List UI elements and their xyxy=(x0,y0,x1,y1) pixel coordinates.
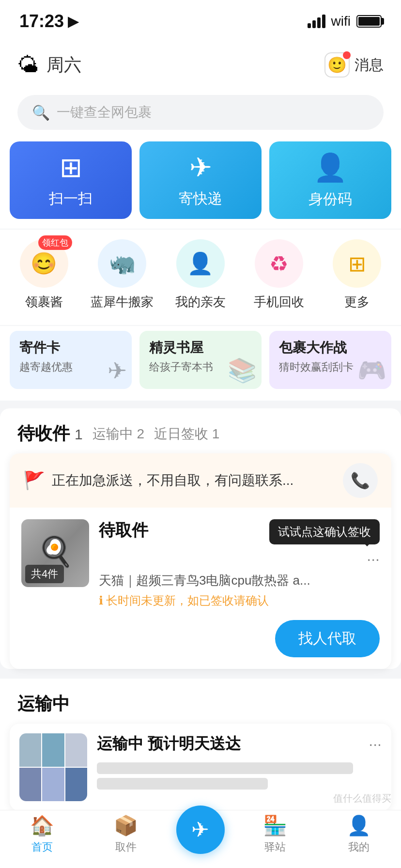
alert-left: 🚩 正在加急派送，不用自取，有问题联系... xyxy=(23,470,293,491)
package-alert-bar: 🚩 正在加急派送，不用自取，有问题联系... 📞 xyxy=(10,453,391,508)
phone-icon: 📞 xyxy=(351,471,370,490)
send-center-icon: ✈ xyxy=(191,817,209,842)
nav-send-center[interactable]: ✈ xyxy=(176,806,225,854)
message-button[interactable]: 🙂 消息 xyxy=(324,52,384,78)
move-label: 蓝犀牛搬家 xyxy=(91,294,154,310)
header-date: 周六 xyxy=(46,53,81,77)
icon-row: 😊 领红包 领裹酱 🦏 蓝犀牛搬家 👤 我的亲友 ♻ 手机回收 ⊞ 更多 xyxy=(0,230,401,325)
pickup-icon: 📦 xyxy=(114,814,138,837)
status-icons: wifi xyxy=(308,14,382,29)
banner-jijianka[interactable]: 寄件卡 越寄越优惠 ✈ xyxy=(10,331,132,389)
nav-pickup-label: 取件 xyxy=(115,840,137,854)
station-icon: 🏪 xyxy=(263,814,287,837)
recycle-label: 手机回收 xyxy=(254,294,304,310)
id-icon: 👤 xyxy=(313,152,347,184)
banner-row: 寄件卡 越寄越优惠 ✈ 精灵书屋 给孩子寄本书 📚 包裹大作战 猜时效赢刮刮卡 … xyxy=(0,326,401,401)
blurred-info-row-1 xyxy=(97,762,353,774)
proxy-pickup-button[interactable]: 找人代取 xyxy=(275,620,380,657)
notification-dot xyxy=(343,51,351,59)
wifi-icon: wifi xyxy=(331,14,351,29)
icon-more[interactable]: ⊞ 更多 xyxy=(323,239,391,310)
nav-station-label: 驿站 xyxy=(264,840,286,854)
banner-title-0: 寄件卡 xyxy=(19,339,122,357)
coupon-label: 领裹酱 xyxy=(25,294,63,310)
transit-thumbnail-1 xyxy=(19,733,87,801)
transit-more-1[interactable]: ··· xyxy=(369,735,382,753)
id-label: 身份码 xyxy=(308,189,352,209)
warning-icon: ℹ xyxy=(99,594,103,607)
banner-battle[interactable]: 包裹大作战 猜时效赢刮刮卡 🎮 xyxy=(269,331,391,389)
package-count-badge: 共4件 xyxy=(25,565,64,583)
pkg-title-row: 待取件 试试点这确认签收 ··· xyxy=(99,519,380,568)
friends-icon-circle: 👤 xyxy=(176,239,225,288)
search-placeholder: 一键查全网包裹 xyxy=(57,103,152,122)
id-code-button[interactable]: 👤 身份码 xyxy=(269,141,391,219)
package-source: 天猫｜超频三青鸟3电脑cpu散热器 a... xyxy=(99,572,380,589)
status-time: 17:23 ▶ xyxy=(19,11,78,31)
face-icon: 🙂 xyxy=(327,56,347,74)
nav-mine-label: 我的 xyxy=(348,840,370,854)
message-label: 消息 xyxy=(355,55,384,75)
alert-flag-icon: 🚩 xyxy=(23,470,45,491)
section-title-pending: 待收件 1 xyxy=(17,422,83,446)
move-icon-circle: 🦏 xyxy=(98,239,146,288)
watermark: 值什么值得买 xyxy=(333,792,391,805)
scan-label: 扫一扫 xyxy=(49,189,93,209)
signal-bars-icon xyxy=(308,15,325,28)
icon-coupon[interactable]: 😊 领红包 领裹酱 xyxy=(10,239,78,310)
scan-icon: ⊞ xyxy=(60,152,82,183)
bottom-nav: 🏠 首页 📦 取件 ✈ 🏪 驿站 👤 我的 xyxy=(0,810,401,868)
transit-info-1: 运输中 预计明天送达 ··· xyxy=(97,733,382,801)
home-icon: 🏠 xyxy=(30,814,54,837)
app-header: 🌤 周六 🙂 消息 xyxy=(0,43,401,87)
banner-deco-1: 📚 xyxy=(228,357,257,384)
quick-actions-row: ⊞ 扫一扫 ✈ 寄快递 👤 身份码 xyxy=(0,141,401,229)
location-icon: ▶ xyxy=(68,14,78,30)
icon-friends[interactable]: 👤 我的亲友 xyxy=(167,239,234,310)
package-thumbnail: 🍳 共4件 xyxy=(21,519,89,587)
banner-deco-0: ✈ xyxy=(108,357,127,384)
mine-icon: 👤 xyxy=(347,814,371,837)
nav-home[interactable]: 🏠 首页 xyxy=(8,814,76,854)
send-label: 寄快递 xyxy=(179,189,222,209)
banner-jingling[interactable]: 精灵书屋 给孩子寄本书 📚 xyxy=(139,331,262,389)
banner-deco-2: 🎮 xyxy=(357,357,386,384)
transit-status-1: 运输中 预计明天送达 xyxy=(97,733,241,755)
banner-sub-0: 越寄越优惠 xyxy=(19,360,122,374)
time-text: 17:23 xyxy=(19,11,64,31)
transit-img-grid xyxy=(19,733,87,801)
search-section: 🔍 一键查全网包裹 xyxy=(0,87,401,141)
more-icon-circle: ⊞ xyxy=(333,239,381,288)
tab-in-transit[interactable]: 运输中 2 xyxy=(93,425,144,443)
confirm-tooltip[interactable]: 试试点这确认签收 xyxy=(269,519,380,544)
red-badge: 领红包 xyxy=(38,235,72,250)
recycle-icon-circle: ♻ xyxy=(255,239,303,288)
coupon-icon-circle: 😊 领红包 xyxy=(20,239,68,288)
alert-text: 正在加急派送，不用自取，有问题联系... xyxy=(52,471,293,490)
package-info: 待取件 试试点这确认签收 ··· 天猫｜超频三青鸟3电脑cpu散热器 a... … xyxy=(99,519,380,608)
search-icon: 🔍 xyxy=(32,104,50,121)
status-bar: 17:23 ▶ wifi xyxy=(0,0,401,43)
blurred-info-row-2 xyxy=(97,778,268,790)
banner-title-2: 包裹大作战 xyxy=(279,339,382,357)
section-header: 待收件 1 运输中 2 近日签收 1 xyxy=(0,408,401,453)
icon-recycle[interactable]: ♻ 手机回收 xyxy=(245,239,313,310)
nav-mine[interactable]: 👤 我的 xyxy=(325,814,393,854)
tab-recent-signed[interactable]: 近日签收 1 xyxy=(154,425,219,443)
nav-pickup[interactable]: 📦 取件 xyxy=(92,814,160,854)
scan-button[interactable]: ⊞ 扫一扫 xyxy=(10,141,132,219)
package-body: 🍳 共4件 待取件 试试点这确认签收 ··· 天猫｜超频三青鸟3电脑cpu散热器… xyxy=(10,508,391,620)
banner-title-1: 精灵书屋 xyxy=(149,339,252,357)
more-label: 更多 xyxy=(344,294,370,310)
transit-section-title: 运输中 xyxy=(0,679,401,724)
phone-call-button[interactable]: 📞 xyxy=(343,463,378,498)
send-icon: ✈ xyxy=(189,152,212,183)
header-left: 🌤 周六 xyxy=(17,53,81,77)
send-express-button[interactable]: ✈ 寄快递 xyxy=(139,141,262,219)
nav-station[interactable]: 🏪 驿站 xyxy=(241,814,309,854)
more-options-button[interactable]: ··· xyxy=(367,550,380,568)
weather-icon: 🌤 xyxy=(17,53,39,77)
icon-move[interactable]: 🦏 蓝犀牛搬家 xyxy=(88,239,156,310)
search-input[interactable]: 🔍 一键查全网包裹 xyxy=(17,95,384,130)
message-icon-wrap[interactable]: 🙂 xyxy=(324,52,350,78)
